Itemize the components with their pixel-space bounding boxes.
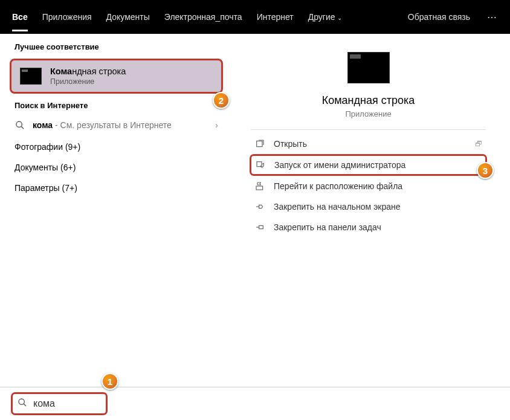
category-photos[interactable]: Фотографии (9+): [0, 137, 233, 157]
divider: [251, 129, 486, 130]
action-run-as-admin-label: Запуск от имени администратора: [274, 160, 405, 170]
best-match-result[interactable]: Командная строка Приложение 2: [10, 59, 223, 94]
internet-search-row[interactable]: кома - См. результаты в Интернете ›: [0, 114, 233, 137]
category-settings[interactable]: Параметры (7+): [0, 178, 233, 198]
cmd-prompt-icon: [20, 68, 42, 85]
details-panel: Командная строка Приложение Открыть 🗗 За…: [233, 34, 510, 384]
pin-taskbar-icon: [254, 222, 265, 233]
action-open-location[interactable]: Перейти к расположению файла: [251, 176, 486, 196]
annotation-badge-3: 3: [477, 162, 494, 179]
tab-documents[interactable]: Документы: [99, 1, 157, 33]
action-pin-taskbar[interactable]: Закрепить на панели задач: [251, 217, 486, 237]
more-icon[interactable]: ⋯: [480, 11, 505, 23]
open-icon: [254, 138, 265, 149]
action-pin-start-label: Закрепить на начальном экране: [274, 202, 401, 212]
svg-line-9: [24, 404, 26, 406]
internet-search-header: Поиск в Интернете: [0, 97, 233, 114]
category-documents[interactable]: Документы (6+): [0, 157, 233, 178]
action-pin-start[interactable]: Закрепить на начальном экране: [251, 196, 486, 217]
action-open[interactable]: Открыть 🗗: [251, 134, 486, 154]
search-bar: 1: [0, 387, 510, 420]
search-input[interactable]: [33, 398, 82, 409]
results-panel: Лучшее соответствие Командная строка При…: [0, 34, 233, 384]
action-open-location-label: Перейти к расположению файла: [274, 181, 402, 191]
best-match-subtitle: Приложение: [50, 77, 126, 86]
svg-point-0: [16, 121, 22, 127]
internet-search-text: кома - См. результаты в Интернете: [33, 120, 172, 130]
svg-rect-7: [259, 225, 263, 228]
tab-other[interactable]: Другие ⌄: [301, 1, 350, 33]
action-pin-taskbar-label: Закрепить на панели задач: [274, 222, 381, 232]
tab-all[interactable]: Все: [5, 1, 35, 33]
annotation-badge-1: 1: [102, 373, 118, 390]
feedback-link[interactable]: Обратная связь: [398, 12, 480, 22]
best-match-header: Лучшее соответствие: [0, 39, 233, 55]
tab-internet[interactable]: Интернет: [250, 1, 301, 33]
search-icon: [18, 398, 27, 410]
svg-line-1: [21, 126, 24, 129]
svg-rect-2: [257, 141, 262, 146]
annotation-badge-2: 2: [213, 92, 230, 109]
action-run-as-admin[interactable]: Запуск от имени администратора 3: [250, 154, 487, 176]
search-icon: [15, 120, 25, 131]
svg-rect-3: [257, 162, 262, 167]
search-highlight-frame: [11, 392, 108, 415]
shield-icon: [255, 160, 266, 170]
cmd-prompt-large-icon: [347, 52, 390, 83]
details-title: Командная строка: [251, 94, 486, 107]
pin-start-icon: [254, 201, 265, 212]
best-match-title: Командная строка: [50, 66, 126, 76]
action-open-label: Открыть: [274, 139, 307, 149]
chevron-down-icon: ⌄: [337, 15, 342, 21]
top-tabs-bar: Все Приложения Документы Электронная_поч…: [0, 0, 510, 34]
svg-rect-4: [256, 186, 263, 190]
folder-location-icon: [254, 181, 265, 192]
chevron-right-icon: ›: [215, 120, 218, 130]
tab-email[interactable]: Электронная_почта: [157, 1, 250, 33]
tab-apps[interactable]: Приложения: [35, 1, 99, 33]
details-subtitle: Приложение: [251, 109, 486, 118]
external-link-icon: 🗗: [475, 140, 482, 148]
svg-point-8: [19, 399, 24, 404]
